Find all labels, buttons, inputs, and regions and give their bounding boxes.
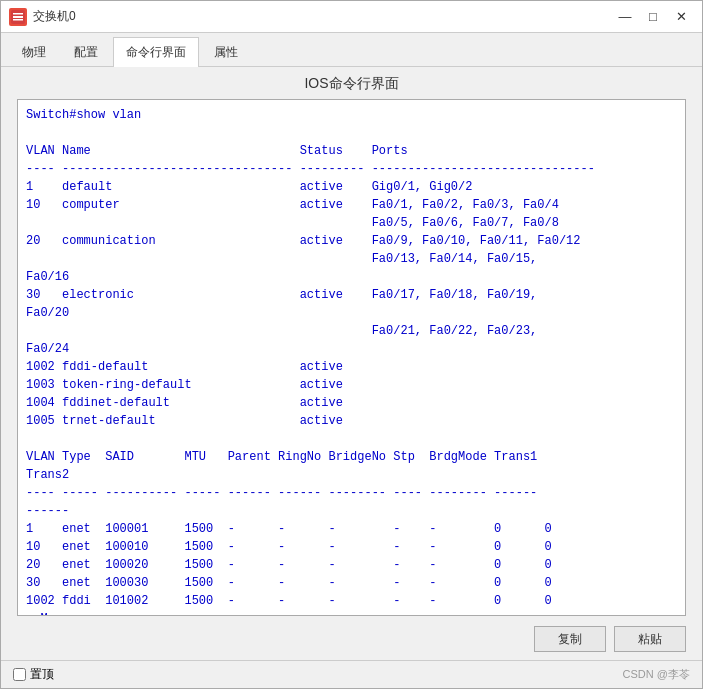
pin-label[interactable]: 置顶: [30, 666, 54, 683]
menu-bar: 物理 配置 命令行界面 属性: [1, 33, 702, 67]
terminal-scroll[interactable]: Switch#show vlan VLAN Name Status Ports …: [18, 100, 685, 615]
button-row: 复制 粘贴: [17, 616, 686, 660]
window-title: 交换机0: [33, 8, 612, 25]
copy-button[interactable]: 复制: [534, 626, 606, 652]
bottom-bar: 置顶 CSDN @李苓: [1, 660, 702, 688]
main-window: 交换机0 — □ ✕ 物理 配置 命令行界面 属性 IOS命令行界面 Switc…: [0, 0, 703, 689]
watermark: CSDN @李苓: [623, 667, 690, 682]
tab-config[interactable]: 配置: [61, 37, 111, 67]
page-title: IOS命令行界面: [1, 67, 702, 99]
svg-rect-2: [13, 13, 23, 15]
content-area: Switch#show vlan VLAN Name Status Ports …: [1, 99, 702, 660]
terminal-box: Switch#show vlan VLAN Name Status Ports …: [17, 99, 686, 616]
title-bar: 交换机0 — □ ✕: [1, 1, 702, 33]
minimize-button[interactable]: —: [612, 6, 638, 28]
window-controls: — □ ✕: [612, 6, 694, 28]
tab-cli[interactable]: 命令行界面: [113, 37, 199, 67]
terminal-output: Switch#show vlan VLAN Name Status Ports …: [26, 106, 677, 615]
app-icon: [9, 8, 27, 26]
tab-properties[interactable]: 属性: [201, 37, 251, 67]
pin-checkbox[interactable]: [13, 668, 26, 681]
maximize-button[interactable]: □: [640, 6, 666, 28]
paste-button[interactable]: 粘贴: [614, 626, 686, 652]
svg-rect-1: [13, 16, 23, 18]
close-button[interactable]: ✕: [668, 6, 694, 28]
pin-checkbox-row: 置顶: [13, 666, 54, 683]
tab-physics[interactable]: 物理: [9, 37, 59, 67]
svg-rect-3: [13, 19, 23, 21]
